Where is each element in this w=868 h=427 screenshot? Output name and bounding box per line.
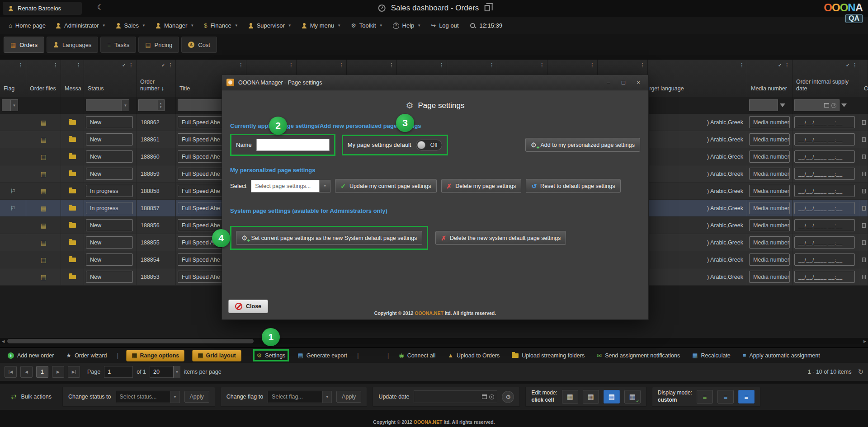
media-number-cell[interactable]: Media number — [749, 133, 790, 145]
media-number-cell[interactable]: Media number — [749, 150, 790, 163]
column-menu-icon[interactable]: ⋮ — [784, 62, 790, 68]
media-number-cell[interactable]: Media number — [749, 202, 790, 214]
chevron-down-icon[interactable]: ▼ — [320, 180, 330, 192]
column-menu-icon[interactable]: ⋮ — [288, 62, 294, 68]
column-menu-icon[interactable]: ⋮ — [389, 62, 394, 68]
supply-date-filter[interactable] — [794, 99, 840, 111]
media-number-filter[interactable] — [749, 99, 778, 111]
menu-help[interactable]: ?Help▼ — [388, 19, 426, 32]
edit-mode-option-active[interactable]: ▦ — [604, 390, 620, 404]
column-header-target-language[interactable]: ⋮Target language — [648, 60, 747, 97]
tab-orders[interactable]: ▦Orders — [4, 37, 44, 53]
column-header-cut[interactable]: Or — [860, 60, 868, 97]
status-cell[interactable]: New — [86, 236, 133, 249]
maximize-button[interactable]: □ — [618, 79, 629, 86]
message-cell[interactable] — [61, 200, 84, 217]
status-cell[interactable]: New — [86, 133, 133, 145]
status-cell[interactable]: New — [86, 116, 133, 128]
supply-date-cell[interactable]: __/__/____ __:__ — [794, 271, 855, 283]
first-page-button[interactable]: |◀ — [5, 366, 17, 378]
prev-page-button[interactable]: ◀ — [20, 366, 33, 378]
supply-date-cell[interactable]: __/__/____ __:__ — [794, 116, 855, 128]
apply-automatic-assignment-button[interactable]: ≡Apply automatic assignment — [741, 351, 822, 360]
column-header-status[interactable]: ✓⋮Status — [84, 60, 137, 97]
set-system-default-button[interactable]: ⚙+ Set current page settings as the new … — [236, 231, 422, 245]
menu-toolkit[interactable]: ⚙Toolkit▼ — [346, 19, 387, 32]
refresh-icon[interactable]: ↻ — [858, 368, 863, 376]
column-header-message[interactable]: ⋮Messa — [61, 60, 84, 97]
order-files-cell[interactable]: ▤ — [26, 131, 61, 148]
search-icon[interactable] — [470, 23, 475, 28]
apply-flag-button[interactable]: Apply — [336, 391, 361, 403]
status-cell[interactable]: New — [86, 219, 133, 231]
update-date-input[interactable] — [414, 390, 497, 403]
status-cell[interactable]: In progress — [86, 202, 133, 214]
next-page-button[interactable]: ▶ — [52, 366, 64, 378]
settings-button[interactable]: ⚙Settings 1 — [255, 351, 288, 360]
column-menu-icon[interactable]: ⋮ — [76, 62, 81, 68]
delete-page-settings-button[interactable]: ✗Delete my page settings — [441, 179, 522, 193]
media-number-cell[interactable]: Media number — [749, 185, 790, 197]
edit-mode-option-2[interactable]: ▦ — [583, 390, 599, 404]
column-menu-icon[interactable]: ⋮ — [238, 62, 244, 68]
media-number-cell[interactable]: Media number — [749, 236, 790, 249]
column-menu-icon[interactable]: ⋮ — [539, 62, 545, 68]
delete-system-default-button[interactable]: ✗Delete the new system default page sett… — [435, 231, 566, 245]
display-mode-option-1[interactable]: ≡ — [697, 390, 713, 404]
menu-sales[interactable]: Sales▼ — [111, 19, 151, 32]
order-files-cell[interactable]: ▤ — [26, 251, 61, 268]
edit-mode-option-check[interactable]: ▦✓ — [624, 390, 641, 404]
supply-date-cell[interactable]: __/__/____ __:__ — [794, 202, 855, 214]
supply-date-cell[interactable]: __/__/____ __:__ — [794, 168, 855, 180]
default-toggle[interactable]: Off — [416, 140, 442, 150]
order-files-cell[interactable]: ▤ — [26, 234, 61, 251]
supply-date-cell[interactable]: __/__/____ __:__ — [794, 150, 855, 163]
edit-mode-option-1[interactable]: ▦ — [562, 390, 578, 404]
scroll-right-icon[interactable]: ▶ — [862, 338, 868, 344]
flag-cell[interactable]: ⚐ — [0, 183, 26, 200]
close-window-button[interactable]: × — [633, 79, 644, 86]
column-menu-icon[interactable]: ⋮ — [18, 62, 24, 68]
name-input[interactable] — [256, 139, 330, 151]
message-cell[interactable] — [61, 234, 84, 251]
media-number-cell[interactable]: Media number — [749, 219, 790, 231]
status-cell[interactable]: New — [86, 150, 133, 163]
message-cell[interactable] — [61, 217, 84, 234]
menu-log-out[interactable]: ↪Log out — [426, 19, 463, 32]
scrollbar-thumb[interactable] — [7, 339, 254, 343]
flag-cell[interactable]: ⚐ — [0, 200, 26, 217]
order-files-cell[interactable]: ▤ — [26, 183, 61, 200]
supply-date-cell[interactable]: __/__/____ __:__ — [794, 133, 855, 145]
generate-export-button[interactable]: ▤Generate export — [295, 351, 349, 360]
order-files-cell[interactable]: ▤ — [26, 200, 61, 217]
media-number-cell[interactable]: Media number — [749, 271, 790, 283]
status-cell[interactable]: In progress — [86, 185, 133, 197]
menu-finance[interactable]: $Finance▼ — [199, 19, 243, 32]
menu-manager[interactable]: Manager▼ — [151, 19, 199, 32]
flag-filter[interactable]: ▼ — [2, 99, 18, 111]
add-new-order-button[interactable]: +Add new order — [5, 351, 56, 360]
column-menu-icon[interactable]: ⋮ — [852, 62, 858, 68]
status-filter[interactable]: ▼ — [86, 99, 129, 111]
message-cell[interactable] — [61, 183, 84, 200]
message-cell[interactable] — [61, 131, 84, 148]
message-cell[interactable] — [61, 148, 84, 165]
message-cell[interactable] — [61, 114, 84, 131]
menu-supervisor[interactable]: Supervisor▼ — [243, 19, 297, 32]
media-number-cell[interactable]: Media number — [749, 253, 790, 266]
display-mode-option-2[interactable]: ≡ — [717, 390, 734, 404]
page-size-select[interactable]: 20▼ — [150, 366, 180, 378]
order-files-cell[interactable]: ▤ — [26, 114, 61, 131]
filter-funnel-icon[interactable] — [780, 103, 785, 107]
status-cell[interactable]: New — [86, 253, 133, 266]
column-menu-icon[interactable]: ⋮ — [168, 62, 173, 68]
column-header-supply-date[interactable]: ✓⋮Order internal supply date — [793, 60, 860, 97]
last-page-button[interactable]: ▶| — [68, 366, 80, 378]
column-header-flag[interactable]: ⋮Flag — [0, 60, 26, 97]
column-menu-icon[interactable]: ⋮ — [640, 62, 645, 68]
upload-streaming-folders-button[interactable]: Upload streaming folders — [509, 351, 587, 360]
order-wizard-button[interactable]: ★Order wizard — [64, 351, 109, 360]
select-flag-dropdown[interactable]: Select flag...▼ — [268, 391, 332, 403]
column-menu-icon[interactable]: ⋮ — [739, 62, 745, 68]
status-cell[interactable]: New — [86, 168, 133, 180]
